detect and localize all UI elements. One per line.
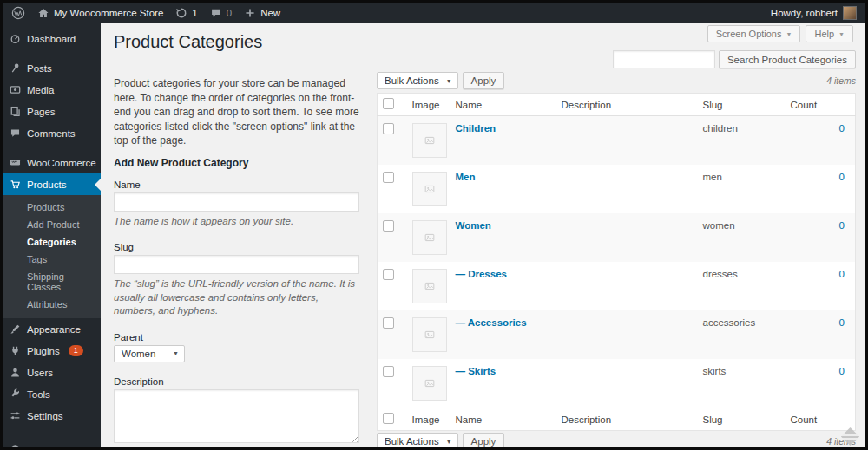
wordpress-logo-icon[interactable] bbox=[11, 6, 25, 20]
sidebar-item-media[interactable]: Media bbox=[3, 79, 101, 101]
sidebar-item-tools[interactable]: Tools bbox=[3, 383, 101, 405]
avatar[interactable] bbox=[843, 6, 857, 20]
plugins-icon bbox=[10, 345, 21, 356]
sidebar-item-appearance[interactable]: Appearance bbox=[3, 318, 101, 340]
category-count-link[interactable]: 0 bbox=[839, 172, 845, 182]
sidebar-item-users[interactable]: Users bbox=[3, 362, 101, 383]
category-name-link[interactable]: — Skirts bbox=[456, 366, 496, 376]
image-placeholder-icon bbox=[424, 135, 435, 146]
sidebar-item-label: WooCommerce bbox=[27, 158, 96, 168]
howdy-link[interactable]: Howdy, robbert bbox=[771, 8, 838, 18]
updates-icon bbox=[175, 7, 187, 19]
category-thumbnail bbox=[412, 269, 447, 303]
chevron-down-icon: ▼ bbox=[786, 31, 792, 37]
apply-button[interactable]: Apply bbox=[463, 433, 505, 450]
column-header-count[interactable]: Count bbox=[786, 94, 856, 116]
submenu-item-tags[interactable]: Tags bbox=[3, 251, 101, 268]
category-count-link[interactable]: 0 bbox=[839, 220, 845, 231]
submenu-item-add-product[interactable]: Add Product bbox=[3, 216, 101, 233]
sidebar-item-woocommerce[interactable]: WooCommerce bbox=[3, 152, 101, 173]
category-name-link[interactable]: Women bbox=[456, 220, 491, 231]
row-checkbox[interactable] bbox=[383, 366, 394, 377]
select-all-cell bbox=[378, 94, 407, 116]
comments-link[interactable]: 0 bbox=[210, 7, 232, 19]
collapse-menu-button[interactable]: Collapse menu bbox=[3, 439, 101, 450]
select-all-checkbox[interactable] bbox=[383, 98, 394, 109]
name-input[interactable] bbox=[114, 192, 359, 212]
category-count-link[interactable]: 0 bbox=[839, 366, 845, 376]
chevron-down-icon: ▼ bbox=[446, 439, 452, 445]
description-cell bbox=[556, 262, 698, 310]
bulk-actions-select[interactable]: Bulk Actions ▼ bbox=[377, 433, 458, 450]
sidebar-item-settings[interactable]: Settings bbox=[3, 405, 101, 427]
column-header-slug[interactable]: Slug bbox=[698, 408, 786, 431]
products-icon bbox=[10, 179, 21, 190]
category-name-link[interactable]: — Accessories bbox=[456, 317, 527, 328]
screen-options-button[interactable]: Screen Options ▼ bbox=[707, 25, 801, 42]
table-row: — Skirtsskirts0 bbox=[378, 359, 856, 408]
current-menu-arrow-icon bbox=[89, 179, 101, 191]
category-count-link[interactable]: 0 bbox=[839, 123, 845, 134]
sidebar-item-products[interactable]: Products bbox=[3, 173, 101, 195]
sidebar-item-plugins[interactable]: Plugins1 bbox=[3, 340, 101, 362]
description-cell bbox=[556, 213, 698, 262]
name-help-text: The name is how it appears on your site. bbox=[114, 215, 359, 229]
column-header-count[interactable]: Count bbox=[786, 408, 856, 431]
sidebar-item-comments[interactable]: Comments bbox=[3, 122, 101, 144]
row-checkbox[interactable] bbox=[383, 220, 394, 232]
new-content-link[interactable]: New bbox=[244, 7, 280, 19]
sidebar-item-pages[interactable]: Pages bbox=[3, 101, 101, 122]
row-checkbox[interactable] bbox=[383, 317, 394, 329]
category-thumbnail bbox=[412, 220, 447, 255]
row-checkbox[interactable] bbox=[383, 123, 394, 134]
site-name-link[interactable]: My Woocommerce Store bbox=[37, 7, 163, 19]
description-cell bbox=[556, 310, 698, 359]
name-cell: — Skirts bbox=[450, 359, 556, 408]
image-placeholder-icon bbox=[424, 184, 435, 194]
category-count-link[interactable]: 0 bbox=[839, 269, 845, 279]
updates-link[interactable]: 1 bbox=[175, 7, 197, 19]
submenu-item-categories[interactable]: Categories bbox=[3, 233, 101, 251]
admin-sidebar: DashboardPostsMediaPagesCommentsWooComme… bbox=[3, 23, 101, 447]
parent-select[interactable]: Women ▼ bbox=[114, 345, 185, 362]
select-all-checkbox[interactable] bbox=[383, 413, 394, 424]
row-select-cell bbox=[378, 213, 407, 262]
media-icon bbox=[10, 84, 21, 95]
sidebar-item-label: Dashboard bbox=[27, 34, 76, 44]
column-header-description[interactable]: Description bbox=[556, 94, 698, 116]
chevron-down-icon: ▼ bbox=[838, 31, 845, 37]
products-submenu: ProductsAdd ProductCategoriesTagsShippin… bbox=[3, 195, 101, 318]
bulk-actions-select[interactable]: Bulk Actions ▼ bbox=[377, 72, 458, 89]
column-header-name[interactable]: Name bbox=[450, 94, 556, 116]
admin-bar: My Woocommerce Store 1 0 New Howdy, robb… bbox=[3, 3, 865, 23]
apply-button[interactable]: Apply bbox=[463, 72, 505, 89]
search-button[interactable]: Search Product Categories bbox=[719, 50, 856, 68]
description-label: Description bbox=[114, 376, 359, 387]
category-name-link[interactable]: Children bbox=[456, 123, 496, 134]
submenu-item-attributes[interactable]: Attributes bbox=[3, 296, 101, 313]
main-content: Screen Options ▼ Help ▼ Product Categori… bbox=[101, 23, 865, 447]
category-name-link[interactable]: Men bbox=[456, 172, 476, 182]
help-button[interactable]: Help ▼ bbox=[806, 25, 853, 42]
category-name-link[interactable]: — Dresses bbox=[456, 269, 507, 279]
description-textarea[interactable] bbox=[114, 389, 359, 443]
column-header-description[interactable]: Description bbox=[556, 408, 698, 431]
row-checkbox[interactable] bbox=[383, 269, 394, 280]
category-count-link[interactable]: 0 bbox=[839, 317, 845, 328]
slug-input[interactable] bbox=[114, 255, 359, 274]
column-header-slug[interactable]: Slug bbox=[698, 94, 786, 116]
wordpress-admin-window: My Woocommerce Store 1 0 New Howdy, robb… bbox=[0, 0, 868, 450]
submenu-item-shipping-classes[interactable]: Shipping Classes bbox=[3, 268, 101, 296]
image-cell bbox=[407, 359, 450, 408]
column-header-image: Image bbox=[407, 94, 450, 116]
column-header-name[interactable]: Name bbox=[450, 408, 556, 431]
dashboard-icon bbox=[10, 33, 21, 44]
sidebar-item-posts[interactable]: Posts bbox=[3, 57, 101, 79]
name-cell: Men bbox=[450, 165, 556, 213]
comments-icon bbox=[10, 127, 21, 139]
search-input[interactable] bbox=[613, 50, 715, 68]
row-checkbox[interactable] bbox=[383, 172, 394, 183]
submenu-item-products[interactable]: Products bbox=[3, 199, 101, 216]
row-select-cell bbox=[378, 310, 407, 359]
sidebar-item-dashboard[interactable]: Dashboard bbox=[3, 28, 101, 49]
